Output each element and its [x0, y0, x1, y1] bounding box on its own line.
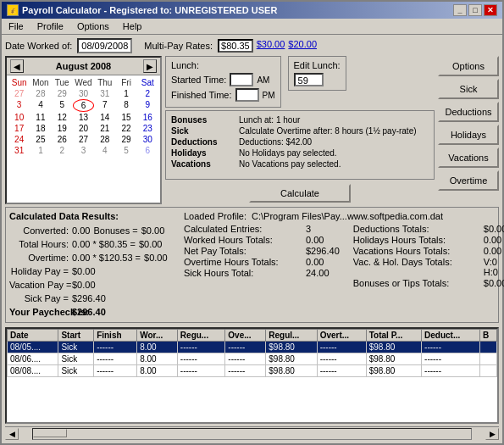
- info-value-2: Deductions: $42.00: [239, 136, 429, 147]
- calendar-day-13[interactable]: 13: [73, 112, 94, 123]
- stats-right-label-3: Vac. & Hol. Days Totals:: [353, 257, 480, 277]
- calendar-day-23[interactable]: 23: [137, 123, 158, 134]
- calendar-day-22[interactable]: 22: [115, 123, 136, 134]
- horizontal-scrollbar[interactable]: [32, 428, 472, 440]
- stats-left-row-1: Worked Hours Totals:0.00: [184, 235, 340, 245]
- side-btn-options[interactable]: Options: [438, 56, 499, 76]
- calendar-day-30[interactable]: 30: [73, 88, 94, 99]
- stats-right-val-3: V:0 H:0: [484, 257, 504, 277]
- scroll-right-btn[interactable]: ▶: [485, 428, 499, 440]
- table-header-7: Overt...: [317, 330, 366, 342]
- started-am-label: AM: [257, 75, 269, 85]
- side-btn-deductions[interactable]: Deductions: [438, 102, 499, 122]
- calendar-day-29[interactable]: 29: [115, 134, 136, 145]
- table-row-1[interactable]: 08/06....Sick------8.00------------$98.8…: [8, 353, 497, 365]
- calc-label-7: Your Paycheck is:: [9, 305, 69, 319]
- main-window: 💰 Payroll Calculator - Registered to: UN…: [0, 0, 504, 445]
- calc-row-5: Vacation Pay = $0.00: [9, 278, 179, 292]
- calendar-day-3[interactable]: 3: [73, 145, 94, 156]
- table-row-0[interactable]: 08/05....Sick------8.00------------$98.8…: [8, 342, 497, 353]
- calendar-day-1[interactable]: 1: [30, 145, 51, 156]
- calendar-day-6[interactable]: 6: [137, 145, 158, 156]
- calc-extra-val-2: $0.00: [139, 237, 163, 251]
- calendar-day-26[interactable]: 26: [52, 134, 73, 145]
- calendar-day-31[interactable]: 31: [8, 145, 30, 156]
- multipay-val-1[interactable]: $80.35: [218, 39, 253, 53]
- calendar-day-11[interactable]: 11: [30, 112, 51, 123]
- calendar-day-5[interactable]: 5: [115, 145, 136, 156]
- calc-val-4: $0.00: [72, 264, 96, 278]
- calendar-day-27[interactable]: 27: [8, 88, 30, 99]
- calendar-day-27[interactable]: 27: [73, 134, 94, 145]
- table-cell-1-7: ------: [317, 353, 366, 365]
- calendar-prev[interactable]: ◀: [10, 59, 24, 73]
- calendar-day-29[interactable]: 29: [52, 88, 73, 99]
- calculate-btn-wrapper: Calculate: [165, 182, 435, 204]
- calendar-day-20[interactable]: 20: [73, 123, 94, 134]
- close-button[interactable]: ✕: [484, 4, 497, 16]
- calendar-day-9[interactable]: 9: [137, 99, 158, 112]
- side-btn-sick[interactable]: Sick: [438, 79, 499, 99]
- calendar-day-28[interactable]: 28: [30, 88, 51, 99]
- calendar-day-16[interactable]: 16: [137, 112, 158, 123]
- side-btn-overtime[interactable]: Overtime: [438, 170, 499, 191]
- calendar-day-18[interactable]: 18: [30, 123, 51, 134]
- calendar-day-14[interactable]: 14: [94, 112, 115, 123]
- calendar-day-12[interactable]: 12: [52, 112, 73, 123]
- calendar-day-19[interactable]: 19: [52, 123, 73, 134]
- scrollbar-thumb[interactable]: [33, 429, 67, 437]
- table-cell-1-4: ------: [177, 353, 224, 365]
- stats-right-row-0: Deductions Totals:$0.00: [353, 224, 504, 234]
- calendar-day-24[interactable]: 24: [8, 134, 30, 145]
- started-time-row: Started Time: AM: [171, 73, 275, 86]
- multipay-val-2[interactable]: $30.00: [257, 39, 285, 53]
- calendar-header: ◀ August 2008 ▶: [7, 58, 160, 75]
- stats-right-val-4: $0.00: [484, 278, 504, 288]
- calendar-day-30[interactable]: 30: [137, 134, 158, 145]
- table-header-5: Ove...: [225, 330, 266, 342]
- calc-val-5: $0.00: [72, 278, 96, 292]
- stats-right-row-4: Bonuses or Tips Totals:$0.00: [353, 278, 504, 288]
- table-cell-0-0: 08/05....: [8, 342, 58, 353]
- table-row-2[interactable]: 08/08....Sick------8.00------------$98.8…: [8, 365, 497, 377]
- calendar-day-31[interactable]: 31: [94, 88, 115, 99]
- side-buttons: OptionsSickDeductionsHolidaysVacationsOv…: [438, 56, 499, 204]
- calendar-day-21[interactable]: 21: [94, 123, 115, 134]
- menu-help[interactable]: Help: [119, 20, 146, 32]
- menu-options[interactable]: Options: [74, 20, 113, 32]
- calendar-day-10[interactable]: 10: [8, 112, 30, 123]
- table-header-row: DateStartFinishWor...Regu...Ove...Regul.…: [8, 330, 497, 342]
- calendar-day-15[interactable]: 15: [115, 112, 136, 123]
- edit-lunch-input[interactable]: 59: [294, 73, 324, 86]
- minimize-button[interactable]: _: [453, 4, 467, 16]
- multipay-val-3[interactable]: $20.00: [288, 39, 317, 53]
- menu-file[interactable]: File: [5, 20, 27, 32]
- calendar-day-1[interactable]: 1: [115, 88, 136, 99]
- calendar-day-2[interactable]: 2: [137, 88, 158, 99]
- calendar-day-4[interactable]: 4: [30, 99, 51, 112]
- calendar-day-2[interactable]: 2: [52, 145, 73, 156]
- calculated-title: Calculated Data Results:: [9, 211, 179, 221]
- calculate-button[interactable]: Calculate: [249, 184, 351, 203]
- calendar-day-5[interactable]: 5: [52, 99, 73, 112]
- menu-profile[interactable]: Profile: [34, 20, 67, 32]
- calendar-day-7[interactable]: 7: [94, 99, 115, 112]
- calendar-day-25[interactable]: 25: [30, 134, 51, 145]
- calendar-next[interactable]: ▶: [143, 59, 157, 73]
- date-worked-input[interactable]: 08/09/2008: [77, 38, 132, 53]
- stats-right-label-4: Bonuses or Tips Totals:: [353, 278, 480, 288]
- calc-label-5: Vacation Pay =: [9, 278, 69, 292]
- started-time-input[interactable]: [230, 73, 253, 86]
- calendar-day-8[interactable]: 8: [115, 99, 136, 112]
- calendar-day-28[interactable]: 28: [94, 134, 115, 145]
- info-row: BonusesSickDeductionsHolidaysVacations L…: [171, 114, 429, 170]
- scroll-left-btn[interactable]: ◀: [5, 428, 19, 440]
- side-btn-holidays[interactable]: Holidays: [438, 125, 499, 145]
- side-btn-vacations[interactable]: Vacations: [438, 147, 499, 168]
- calendar-day-4[interactable]: 4: [94, 145, 115, 156]
- calendar-day-3[interactable]: 3: [8, 99, 30, 112]
- calendar-day-6[interactable]: 6: [73, 99, 94, 112]
- calendar-day-17[interactable]: 17: [8, 123, 30, 134]
- finished-time-input[interactable]: [235, 88, 259, 102]
- maximize-button[interactable]: □: [468, 4, 482, 16]
